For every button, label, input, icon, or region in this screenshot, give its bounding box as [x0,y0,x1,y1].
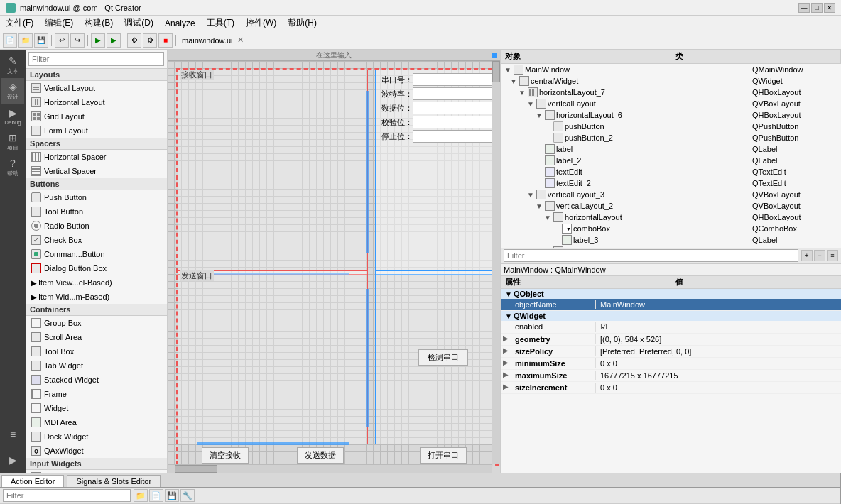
widget-tool-button[interactable]: Tool Button [26,204,167,219]
expand-hlayout6[interactable]: ▼ [535,111,543,119]
widget-mdi-area[interactable]: MDI Area [26,415,167,429]
tree-row-textedit2[interactable]: textEdit_2 QTextEdit [501,177,841,189]
widget-radio-button[interactable]: Radio Button [26,219,167,233]
detect-button[interactable]: 检测串口 [418,349,468,366]
widget-stacked-widget[interactable]: Stacked Widget [26,373,167,387]
prop-sizepolicy-expand[interactable]: ▶ [501,346,511,356]
clear-button[interactable]: 清空接收 [202,447,249,464]
save-button[interactable]: 💾 [34,33,48,48]
run-button[interactable]: ▶ [91,33,105,48]
prop-sizeincrement-expand[interactable]: ▶ [501,383,511,393]
widget-vertical-spacer[interactable]: Vertical Spacer [26,164,167,178]
sidebar-debug[interactable]: ▶Debug [1,104,24,129]
widget-widget[interactable]: Widget [26,401,167,415]
redo-button[interactable]: ↪ [70,33,85,48]
sidebar-design[interactable]: ◈设计 [1,78,24,104]
widget-tool-box[interactable]: Tool Box [26,344,167,358]
expand-vlayout[interactable]: ▼ [526,100,535,108]
widget-check-box[interactable]: ✓ Check Box [26,233,167,247]
undo-button[interactable]: ↩ [55,33,69,48]
baud-combo[interactable]: ▼ [413,87,500,100]
scrollbar-thumb-h[interactable] [175,465,217,473]
widget-scroll-area[interactable]: Scroll Area [26,330,167,344]
menu-file[interactable]: 文件(F) [0,16,39,31]
menu-tools[interactable]: 工具(T) [201,16,240,31]
menu-controls[interactable]: 控件(W) [240,16,282,31]
widget-frame[interactable]: Frame [26,387,167,401]
new-file-button[interactable]: 📄 [3,33,17,48]
widget-combo-box[interactable]: ▼ Combo Box [26,470,167,473]
tab-close[interactable]: ✕ [237,35,244,45]
widget-dialog-button-box[interactable]: Dialog Button Box [26,261,167,275]
check-combo[interactable]: ▼ [413,116,500,128]
menu-analyze[interactable]: Analyze [159,17,201,30]
stop-combo[interactable]: ▼ [413,130,500,143]
tree-row-label3[interactable]: label_3 QLabel [501,234,841,246]
props-filter-input[interactable] [504,249,798,262]
widget-push-button[interactable]: Push Button [26,190,167,204]
widget-filter-input[interactable] [28,52,164,66]
menu-debug[interactable]: 调试(D) [119,16,159,31]
widget-vertical-layout[interactable]: Vertical Layout [26,81,167,95]
qobject-section[interactable]: ▼ QObject [501,289,841,299]
sidebar-bottom[interactable]: ▶ [1,447,24,473]
action-save-btn[interactable]: 💾 [165,489,179,502]
tree-row-hlayout6[interactable]: ▼ horizontalLayout_6 QHBoxLayout [501,109,841,121]
tree-row-combobox[interactable]: ▼ comboBox QComboBox [501,223,841,234]
tree-row-pushbutton2[interactable]: pushButton_2 QPushButton [501,132,841,143]
prop-maxsize-expand[interactable]: ▶ [501,371,511,380]
widget-group-box[interactable]: Group Box [26,316,167,330]
tree-row-vlayout[interactable]: ▼ verticalLayout QVBoxLayout [501,98,841,109]
expand-central[interactable]: ▼ [509,77,518,85]
tree-row-hlayout[interactable]: ▼ horizontalLayout QHBoxLayout [501,212,841,223]
action-open-btn[interactable]: 📄 [149,489,163,502]
sidebar-edit[interactable]: ✎文本 [1,53,24,78]
prop-geometry-expand[interactable]: ▶ [501,334,511,344]
sidebar-project[interactable]: ⊞项目 [1,129,24,155]
sidebar-help[interactable]: ?帮助 [1,155,24,180]
widget-item-widget[interactable]: ▶ Item Wid...m-Based) [26,290,167,304]
action-add-btn[interactable]: 📁 [134,489,148,502]
tree-row-label2[interactable]: label_2 QLabel [501,155,841,166]
maximize-button[interactable]: □ [811,3,823,13]
widget-command-button[interactable]: Comman...Button [26,247,167,261]
menu-build[interactable]: 构建(B) [79,16,119,31]
canvas-scrollbar-h[interactable] [168,464,492,473]
port-combo[interactable]: ▼ [413,73,500,86]
design-canvas[interactable]: 接收窗口 串口号： ▼ [168,61,500,473]
tree-row-centralwidget[interactable]: ▼ centralWidget QWidget [501,75,841,87]
tree-row-hlayout7[interactable]: ▼ horizontalLayout_7 QHBoxLayout [501,87,841,98]
minimize-button[interactable]: — [798,3,810,13]
tree-row-label[interactable]: label QLabel [501,143,841,155]
open-port-button[interactable]: 打开串口 [420,447,467,464]
signals-slots-tab[interactable]: Signals & Slots Editor [67,475,161,487]
tree-row-pushbutton[interactable]: pushButton QPushButton [501,121,841,132]
tree-row-mainwindow[interactable]: ▼ MainWindow QMainWindow [501,64,841,75]
tree-row-vlayout2[interactable]: ▼ verticalLayout_2 QVBoxLayout [501,200,841,212]
widget-horizontal-layout[interactable]: Horizontal Layout [26,95,167,109]
widget-item-view[interactable]: ▶ Item View...el-Based) [26,275,167,290]
tree-row-vlayout3[interactable]: ▼ verticalLayout_3 QVBoxLayout [501,189,841,200]
widget-tab-widget[interactable]: Tab Widget [26,358,167,373]
widget-dock-widget[interactable]: Dock Widget [26,429,167,444]
widget-form-layout[interactable]: Form Layout [26,124,167,138]
prop-sizeincrement[interactable]: ▶ sizeIncrement 0 x 0 [501,382,841,394]
action-filter-input[interactable] [3,489,131,502]
send-data-button[interactable]: 发送数据 [297,447,344,464]
canvas-scrollbar-v[interactable] [492,61,500,464]
sidebar-output[interactable]: ≡ [1,422,24,447]
build-button[interactable]: ⚙ [127,33,141,48]
prop-minsize-expand[interactable]: ▶ [501,358,511,368]
props-remove-btn[interactable]: − [814,250,825,261]
build-all-button[interactable]: ⚙ [143,33,157,48]
menu-help[interactable]: 帮助(H) [282,16,322,31]
props-settings-btn[interactable]: ≡ [827,250,838,261]
action-editor-tab[interactable]: Action Editor [1,475,64,487]
action-del-btn[interactable]: 🔧 [180,489,195,502]
widget-horizontal-spacer[interactable]: Horizontal Spacer [26,150,167,164]
prop-enabled[interactable]: enabled ☑ [501,321,841,334]
prop-geometry[interactable]: ▶ geometry [(0, 0), 584 x 526] [501,334,841,346]
stop-button[interactable]: ■ [158,33,173,48]
data-combo[interactable]: ▼ [413,102,500,114]
open-file-button[interactable]: 📁 [18,33,33,48]
